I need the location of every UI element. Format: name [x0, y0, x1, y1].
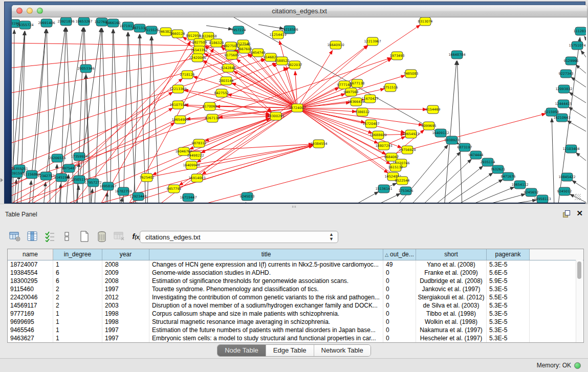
graph-node[interactable]: 16409112: [432, 129, 449, 137]
cell-name[interactable]: 18724007: [8, 260, 53, 269]
graph-node[interactable]: 20206536: [49, 154, 66, 162]
graph-node[interactable]: 12444415: [555, 100, 572, 108]
cell-year[interactable]: 1998: [102, 318, 149, 326]
graph-node[interactable]: 2718126: [180, 71, 195, 79]
graph-node[interactable]: 5938923: [445, 136, 460, 144]
cell-out-de-[interactable]: 0: [383, 285, 416, 293]
cell-out-de-[interactable]: 0: [383, 269, 416, 277]
graph-node[interactable]: 9827509: [192, 38, 207, 47]
graph-node[interactable]: 9227343: [559, 70, 574, 78]
graph-node[interactable]: 9474444: [469, 151, 484, 159]
graph-node[interactable]: 9154469: [426, 105, 441, 114]
table-row[interactable]: 946362711997Embryonic stem cells: a mode…: [8, 334, 583, 342]
network-window-titlebar[interactable]: citations_edges.txt: [12, 5, 587, 17]
cell-pagerank[interactable]: 5.3E-5: [487, 260, 530, 269]
cell-in-degree[interactable]: 6: [53, 277, 102, 285]
cell-pagerank[interactable]: 5.3E-5: [487, 334, 530, 342]
graph-node[interactable]: 6099695: [422, 122, 437, 130]
graph-node[interactable]: 12213967: [364, 37, 381, 46]
cell-year[interactable]: 2008: [102, 277, 149, 285]
column-header-pagerank[interactable]: pagerank: [487, 249, 530, 260]
unselect-rows-button[interactable]: [59, 229, 75, 244]
cell-year[interactable]: 1997: [102, 334, 149, 342]
graph-node[interactable]: 9391591: [12, 169, 24, 178]
delete-table-button[interactable]: [94, 229, 110, 244]
table-row[interactable]: 946554611997Estimation of the future num…: [8, 326, 583, 334]
graph-node[interactable]: 12093832: [555, 85, 572, 93]
cell-out-de-[interactable]: 49: [383, 260, 416, 269]
cell-pagerank[interactable]: 5.3E-5: [487, 310, 530, 318]
float-panel-icon[interactable]: [563, 210, 570, 217]
graph-node[interactable]: 9522544: [395, 177, 410, 185]
cell-name[interactable]: 9777169: [8, 310, 53, 318]
graph-node[interactable]: 7957224: [231, 26, 246, 34]
graph-node[interactable]: 12923448: [129, 192, 146, 201]
cell-name[interactable]: 14569117: [8, 301, 53, 310]
delete-column-button[interactable]: [112, 229, 127, 244]
graph-node[interactable]: 15751074: [569, 41, 585, 50]
cell-out-de-[interactable]: 0: [383, 326, 416, 334]
cell-short[interactable]: Tibbo et al. (1998): [416, 310, 487, 318]
table-row[interactable]: 1456911722003Disruption of a novel membe…: [8, 301, 583, 310]
graph-node[interactable]: 7515526: [144, 26, 159, 34]
cell-pagerank[interactable]: 5.6E-5: [487, 269, 530, 277]
table-row[interactable]: 2242004622012Investigating the contribut…: [8, 293, 583, 301]
close-panel-icon[interactable]: ✕: [576, 210, 583, 217]
graph-node[interactable]: 1112836: [574, 27, 586, 35]
cell-pagerank[interactable]: 5.3E-5: [487, 301, 530, 310]
graph-node[interactable]: 2667608: [237, 45, 252, 53]
graph-node[interactable]: 8466160: [106, 19, 121, 27]
cell-out-de-[interactable]: 0: [383, 293, 416, 301]
cell-title[interactable]: Corpus callosum shape and size in male p…: [149, 310, 383, 318]
graph-node[interactable]: 20053346: [77, 64, 94, 73]
tab-edge-table[interactable]: Edge Table: [266, 345, 314, 356]
cell-short[interactable]: Yano et al. (2008): [416, 260, 487, 269]
cell-short[interactable]: Franke et al. (2009): [416, 269, 487, 277]
cell-year[interactable]: 2008: [102, 260, 149, 269]
graph-node[interactable]: 9245033: [240, 192, 255, 201]
graph-node[interactable]: 23921836: [57, 17, 74, 26]
graph-node[interactable]: 20691406: [38, 19, 55, 27]
network-view-window[interactable]: citations_edges.txt 18724007903199024355…: [12, 5, 587, 203]
cell-year[interactable]: 1998: [102, 310, 149, 318]
graph-node[interactable]: 16640910: [327, 41, 344, 49]
cell-out-de-[interactable]: 0: [383, 334, 416, 342]
graph-node[interactable]: 9457791: [167, 185, 182, 193]
cell-short[interactable]: Hescheler et al. (1997): [416, 334, 487, 342]
cell-in-degree[interactable]: 6: [53, 269, 102, 277]
table-vertical-scrollbar[interactable]: [576, 260, 583, 342]
cell-out-de-[interactable]: 0: [383, 310, 416, 318]
graph-node[interactable]: 10653267: [75, 17, 92, 26]
cell-title[interactable]: Genome-wide association studies in ADHD.: [149, 269, 383, 277]
cell-name[interactable]: 19384554: [8, 269, 53, 277]
graph-node[interactable]: 8751516: [383, 83, 398, 92]
table-row[interactable]: 1938455462009Genome-wide association stu…: [8, 269, 583, 277]
cell-short[interactable]: de Silva et al. (2003): [416, 301, 487, 310]
table-row[interactable]: 969969511998Structural magnetic resonanc…: [8, 318, 583, 326]
cell-short[interactable]: Stergiakouli et al. (2012): [416, 293, 487, 301]
cell-in-degree[interactable]: 1: [53, 310, 102, 318]
cell-pagerank[interactable]: 5.3E-5: [487, 326, 530, 334]
cell-pagerank[interactable]: 5.5E-5: [487, 293, 530, 301]
graph-node[interactable]: 7632621: [491, 165, 506, 173]
table-row[interactable]: 977716911998Corpus callosum shape and si…: [8, 310, 583, 318]
table-row[interactable]: 911546021997Tourette syndrome. Phenomeno…: [8, 285, 583, 293]
graph-node[interactable]: 1973493: [390, 52, 405, 60]
show-columns-button[interactable]: [25, 229, 40, 244]
graph-node[interactable]: 19654903: [171, 116, 188, 124]
graph-node[interactable]: 10958113: [534, 195, 551, 203]
graph-node[interactable]: 2803144: [219, 77, 234, 85]
graph-node[interactable]: 4170061: [203, 102, 217, 111]
graph-node[interactable]: 19384554: [310, 140, 327, 148]
graph-node[interactable]: 6873197: [458, 143, 472, 151]
graph-node[interactable]: 8427552: [214, 89, 229, 97]
cell-title[interactable]: Embryonic stem cells: a model to study s…: [149, 334, 383, 342]
graph-node[interactable]: 1753426: [399, 187, 413, 195]
cell-in-degree[interactable]: 1: [53, 326, 102, 334]
graph-node[interactable]: 19756928: [399, 146, 416, 154]
cell-pagerank[interactable]: 5.3E-5: [487, 285, 530, 293]
cell-short[interactable]: Wolkin et al. (1998): [416, 318, 487, 326]
cell-title[interactable]: Estimation of the future numbers of pati…: [149, 326, 383, 334]
cell-title[interactable]: Structural magnetic resonance image aver…: [149, 318, 383, 326]
cell-year[interactable]: 1997: [102, 285, 149, 293]
